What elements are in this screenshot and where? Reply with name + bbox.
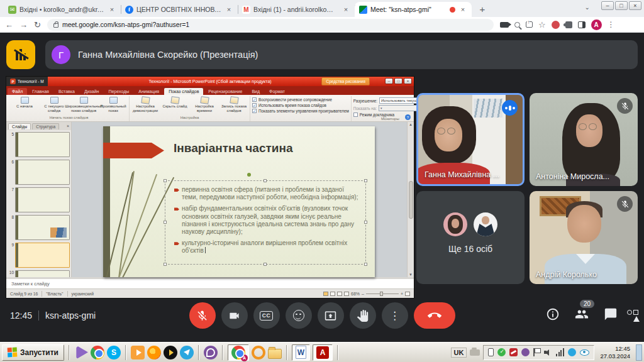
firefox-icon[interactable] bbox=[147, 346, 161, 359]
btn-from-current-slide[interactable]: С текущего слайда bbox=[40, 97, 68, 112]
participants-button[interactable]: 20 bbox=[575, 307, 589, 324]
address-bar[interactable]: meet.google.com/ksn-atps-gmi?authuser=1 bbox=[47, 19, 494, 31]
telegram-icon[interactable] bbox=[180, 346, 194, 359]
ppt-context-tab[interactable]: Средства рисования bbox=[321, 77, 370, 85]
selection-handle[interactable] bbox=[264, 263, 267, 266]
camera-in-use-icon[interactable] bbox=[500, 22, 509, 28]
browser-menu-icon[interactable] bbox=[608, 20, 615, 29]
ppt-tab-transitions[interactable]: Переходы bbox=[104, 88, 133, 95]
rotation-handle[interactable] bbox=[247, 173, 251, 177]
slide-bullet[interactable]: культурно-історичні аналоги вирішення пр… bbox=[174, 239, 359, 255]
viber-icon[interactable] bbox=[204, 346, 218, 359]
word-taskbar-button[interactable] bbox=[292, 344, 310, 361]
orange-app-icon[interactable] bbox=[252, 346, 265, 359]
back-button[interactable] bbox=[5, 21, 13, 29]
skype-icon[interactable] bbox=[107, 346, 121, 359]
btn-hide-slide[interactable]: Скрыть слайд bbox=[161, 97, 189, 109]
raise-hand-button[interactable] bbox=[350, 302, 376, 329]
presenter-pill[interactable]: Г Ганна Михайлівна Скорейко (Презентація… bbox=[45, 40, 638, 69]
kmplayer-icon[interactable] bbox=[74, 346, 88, 359]
captions-button[interactable] bbox=[253, 302, 280, 329]
current-slide[interactable]: Інваріантна частина пер bbox=[103, 126, 375, 277]
ppt-tab-review[interactable]: Рецензирование bbox=[204, 88, 247, 95]
viber-tray-icon[interactable] bbox=[521, 348, 530, 356]
tile-andrii-korolko[interactable]: Андрій Королько bbox=[530, 191, 638, 284]
extensions-puzzle-icon[interactable] bbox=[565, 21, 572, 28]
btn-from-beginning[interactable]: С начала bbox=[11, 97, 38, 109]
telegram-tray-icon[interactable] bbox=[568, 348, 576, 356]
ppt-tab-animation[interactable]: Анимация bbox=[134, 88, 164, 95]
ppt-close-button[interactable] bbox=[404, 78, 412, 84]
window-maximize-button[interactable] bbox=[615, 1, 628, 10]
ppt-notes-pane[interactable]: Заметки к слайду bbox=[6, 277, 414, 288]
flag-tray-icon[interactable] bbox=[533, 348, 540, 356]
tile-hanna-skoreiko[interactable]: Ганна Михайлівна ... bbox=[416, 93, 525, 186]
taskbar-clock[interactable]: 12:45 27.03.2024 bbox=[600, 345, 630, 360]
explorer-folder-icon[interactable] bbox=[268, 349, 282, 359]
panel-tab-slides[interactable]: Слайды bbox=[8, 123, 31, 129]
scroll-up-icon[interactable]: ▲ bbox=[409, 123, 413, 126]
slide-thumbnail-10[interactable]: 10 bbox=[8, 270, 70, 277]
eye-tray-icon[interactable] bbox=[580, 349, 589, 356]
ppt-tab-design[interactable]: Дизайн bbox=[80, 88, 104, 95]
tile-more-participants[interactable]: Ще 16 осіб bbox=[416, 191, 525, 284]
panel-close-icon[interactable] bbox=[67, 124, 69, 128]
slide-bullet[interactable]: первинна освітня сфера (питання і пробле… bbox=[174, 186, 359, 201]
checkbox-use-timings[interactable]: Использовать время показа слайдов bbox=[252, 103, 349, 107]
tray-camera-icon[interactable] bbox=[470, 349, 480, 356]
network-tray-icon[interactable] bbox=[556, 348, 564, 356]
new-tab-button[interactable] bbox=[475, 2, 489, 16]
ppt-tab-insert[interactable]: Вставка bbox=[54, 88, 79, 95]
scroll-down-icon[interactable]: ▼ bbox=[409, 273, 413, 277]
meeting-details-button[interactable] bbox=[546, 307, 560, 324]
panel-tab-outline[interactable]: Структура bbox=[32, 123, 59, 129]
selection-handle[interactable] bbox=[164, 179, 167, 182]
slide-scrollbar[interactable]: ▲ ▼ bbox=[407, 122, 414, 277]
ppt-tab-home[interactable]: Главная bbox=[28, 88, 53, 95]
mic-toggle-button[interactable] bbox=[189, 302, 216, 329]
checkbox-show-media-controls[interactable]: Показать элементы управления проигрывате… bbox=[252, 109, 349, 113]
selection-handle[interactable] bbox=[164, 263, 167, 266]
btn-rehearse-timings[interactable]: Настройка времени bbox=[191, 97, 218, 112]
potplayer-icon[interactable] bbox=[131, 346, 145, 359]
forward-button[interactable] bbox=[19, 21, 28, 29]
slide-thumbnail-7[interactable]: 7 bbox=[8, 187, 70, 212]
camera-toggle-button[interactable] bbox=[221, 302, 248, 329]
url-text[interactable]: meet.google.com/ksn-atps-gmi?authuser=1 bbox=[62, 21, 189, 28]
tab-close-icon[interactable] bbox=[108, 5, 116, 14]
selection-handle[interactable] bbox=[364, 179, 367, 182]
start-button[interactable]: Запустити bbox=[2, 344, 64, 361]
btn-broadcast-slideshow[interactable]: Широковещательный показ слайдов bbox=[70, 97, 97, 112]
zoom-slider[interactable] bbox=[366, 293, 399, 294]
ppt-tab-file[interactable]: Файл bbox=[8, 88, 27, 95]
more-options-button[interactable] bbox=[382, 302, 408, 329]
window-minimize-button[interactable] bbox=[601, 1, 614, 10]
chat-button[interactable] bbox=[604, 307, 618, 324]
slide-title[interactable]: Інваріантна частина bbox=[174, 141, 293, 155]
slide-thumbnail-8[interactable]: 8 bbox=[8, 215, 70, 240]
selection-handle[interactable] bbox=[164, 221, 167, 224]
window-close-button[interactable] bbox=[629, 1, 641, 10]
reactions-button[interactable] bbox=[286, 302, 312, 329]
share-icon[interactable] bbox=[526, 21, 533, 28]
sidebar-icon[interactable] bbox=[578, 21, 586, 28]
tab-gmail[interactable]: Вхідні (1) - andrii.korolko@pn bbox=[238, 2, 355, 17]
clipboard-tray-icon[interactable] bbox=[488, 348, 494, 356]
chrome-meet-taskbar-button-active[interactable]: A bbox=[228, 344, 249, 361]
antivirus-tray-icon[interactable] bbox=[497, 348, 506, 356]
slide-bullet[interactable]: набір фундаментальних освітніх об'єктів … bbox=[174, 205, 359, 236]
selection-handle[interactable] bbox=[364, 221, 367, 224]
present-screen-button[interactable] bbox=[318, 302, 344, 329]
slide-thumbnail-9-selected[interactable]: 9 bbox=[8, 243, 70, 268]
ppt-minimize-button[interactable] bbox=[385, 78, 393, 84]
tab-meet-active[interactable]: Meet: "ksn-atps-gmi" bbox=[355, 2, 472, 17]
scrollbar-thumb[interactable] bbox=[409, 181, 413, 219]
tab-search-chevron-icon[interactable] bbox=[585, 4, 590, 11]
btn-setup-show[interactable]: Настройка демонстрации bbox=[131, 97, 159, 112]
adblock-extension-icon[interactable] bbox=[552, 21, 560, 29]
ppt-tab-view[interactable]: Вид bbox=[247, 88, 264, 95]
reload-button[interactable] bbox=[34, 21, 41, 29]
profile-avatar[interactable]: A bbox=[591, 19, 602, 30]
guard-tray-icon[interactable] bbox=[509, 348, 518, 356]
leave-call-button[interactable] bbox=[414, 302, 455, 329]
